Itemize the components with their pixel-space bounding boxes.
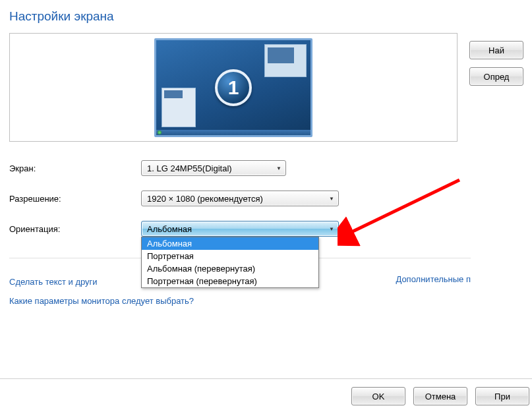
svg-line-0 xyxy=(347,180,459,234)
monitor-preview[interactable]: 1 xyxy=(154,38,312,137)
resolution-select-value: 1920 × 1080 (рекомендуется) xyxy=(147,194,263,204)
display-preview-box: 1 xyxy=(9,33,458,142)
detect-button[interactable]: Опред xyxy=(469,67,523,86)
screen-label: Экран: xyxy=(9,163,141,173)
chevron-down-icon: ▼ xyxy=(276,165,281,171)
resolution-select[interactable]: 1920 × 1080 (рекомендуется) ▼ xyxy=(141,191,339,206)
screen-select-value: 1. LG 24MP55(Digital) xyxy=(147,163,232,173)
chevron-down-icon: ▼ xyxy=(329,196,334,202)
which-params-link[interactable]: Какие параметры монитора следует выбрать… xyxy=(9,296,194,306)
text-size-link[interactable]: Сделать текст и други xyxy=(9,277,98,287)
preview-window-thumb xyxy=(264,44,307,77)
cancel-button[interactable]: Отмена xyxy=(413,387,467,405)
orientation-option[interactable]: Альбомная (перевернутая) xyxy=(142,262,318,275)
apply-button[interactable]: При xyxy=(475,387,529,405)
annotation-arrow-icon xyxy=(338,175,469,247)
advanced-settings-link[interactable]: Дополнительные п xyxy=(396,274,471,284)
page-title: Настройки экрана xyxy=(9,9,532,24)
ok-button[interactable]: OK xyxy=(351,387,405,405)
preview-window-thumb xyxy=(162,88,196,127)
orientation-select-value: Альбомная xyxy=(147,224,192,234)
orientation-option[interactable]: Портретная (перевернутая) xyxy=(142,275,318,287)
orientation-option[interactable]: Портретная xyxy=(142,250,318,262)
orientation-option[interactable]: Альбомная xyxy=(142,237,318,250)
monitor-number-badge: 1 xyxy=(215,69,252,106)
find-button[interactable]: Най xyxy=(469,41,523,59)
screen-select[interactable]: 1. LG 24MP55(Digital) ▼ xyxy=(141,160,286,176)
orientation-select[interactable]: Альбомная ▼ xyxy=(141,221,339,237)
preview-taskbar xyxy=(156,130,310,135)
orientation-label: Ориентация: xyxy=(9,224,141,234)
resolution-label: Разрешение: xyxy=(9,194,141,204)
orientation-dropdown-list: Альбомная Портретная Альбомная (переверн… xyxy=(141,237,319,288)
chevron-down-icon: ▼ xyxy=(329,226,334,232)
